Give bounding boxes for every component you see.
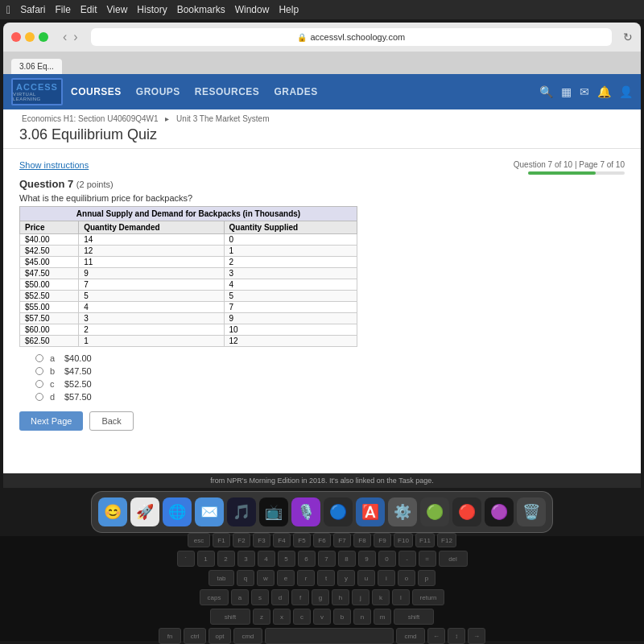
key-e[interactable]: e <box>277 570 295 586</box>
reload-button[interactable]: ↻ <box>623 31 633 43</box>
key-backtick[interactable]: ` <box>177 551 195 567</box>
breadcrumb-course[interactable]: Economics H1: Section U40609Q4W1 <box>22 114 159 123</box>
key-u[interactable]: u <box>357 570 375 586</box>
key-g[interactable]: g <box>312 589 329 605</box>
file-menu[interactable]: File <box>55 4 70 15</box>
nav-grades[interactable]: GRADES <box>274 86 317 97</box>
key-9[interactable]: 9 <box>358 551 376 567</box>
history-menu[interactable]: History <box>137 4 167 15</box>
back-nav-button[interactable]: ‹ <box>61 30 68 44</box>
key-h[interactable]: h <box>332 589 349 605</box>
key-f5[interactable]: F5 <box>293 533 311 547</box>
key-capslock[interactable]: caps <box>200 589 229 605</box>
next-page-button[interactable]: Next Page <box>19 411 83 431</box>
dock-icon-app3[interactable]: ⚙️ <box>388 497 417 526</box>
address-bar[interactable]: 🔒 accessvl.schoology.com <box>91 28 612 46</box>
close-button[interactable] <box>11 32 21 42</box>
key-space[interactable] <box>265 628 394 644</box>
key-arrow-right[interactable]: → <box>468 628 485 644</box>
bookmarks-menu[interactable]: Bookmarks <box>177 4 225 15</box>
key-3[interactable]: 3 <box>237 551 255 567</box>
key-1[interactable]: 1 <box>197 551 215 567</box>
key-m[interactable]: m <box>374 609 391 625</box>
safari-menu[interactable]: Safari <box>20 4 45 15</box>
key-cmd-left[interactable]: cmd <box>233 628 262 644</box>
key-return[interactable]: return <box>412 589 444 605</box>
key-f6[interactable]: F6 <box>313 533 331 547</box>
key-f11[interactable]: F11 <box>415 533 435 547</box>
avatar[interactable]: 👤 <box>619 85 633 98</box>
dock-icon-mail[interactable]: ✉️ <box>195 497 224 526</box>
key-ctrl[interactable]: ctrl <box>184 628 206 644</box>
search-icon[interactable]: 🔍 <box>539 85 553 98</box>
key-l[interactable]: l <box>392 589 410 605</box>
dock-icon-music[interactable]: 🎵 <box>227 497 256 526</box>
key-v[interactable]: v <box>313 609 331 625</box>
key-f7[interactable]: F7 <box>333 533 351 547</box>
dock-icon-app6[interactable]: 🟣 <box>485 497 514 526</box>
key-a[interactable]: a <box>231 589 249 605</box>
key-y[interactable]: y <box>337 570 355 586</box>
radio-b[interactable] <box>35 367 43 375</box>
answer-choice-c[interactable]: c $52.50 <box>35 379 625 389</box>
key-w[interactable]: w <box>257 570 275 586</box>
key-z[interactable]: z <box>253 609 270 625</box>
show-instructions-link[interactable]: Show instructions <box>19 160 89 170</box>
radio-a[interactable] <box>35 354 43 362</box>
key-2[interactable]: 2 <box>217 551 235 567</box>
dock-icon-trash[interactable]: 🗑️ <box>517 497 546 526</box>
key-q[interactable]: q <box>237 570 254 586</box>
dock-icon-app4[interactable]: 🟢 <box>420 497 449 526</box>
key-shift-right[interactable]: shift <box>394 609 434 625</box>
key-f3[interactable]: F3 <box>253 533 270 547</box>
key-p[interactable]: p <box>418 570 436 586</box>
key-c[interactable]: c <box>293 609 311 625</box>
fullscreen-button[interactable] <box>39 32 48 42</box>
dock-icon-finder[interactable]: 😊 <box>98 497 127 526</box>
nav-groups[interactable]: GROUPS <box>136 86 180 97</box>
key-f12[interactable]: F12 <box>437 533 456 547</box>
window-menu[interactable]: Window <box>235 4 270 15</box>
answer-choice-d[interactable]: d $57.50 <box>35 392 625 402</box>
key-o[interactable]: o <box>398 570 415 586</box>
key-n[interactable]: n <box>353 609 371 625</box>
key-r[interactable]: r <box>297 570 315 586</box>
minimize-button[interactable] <box>25 32 35 42</box>
answer-choice-a[interactable]: a $40.00 <box>35 353 625 363</box>
dock-icon-launchpad[interactable]: 🚀 <box>130 497 159 526</box>
active-tab[interactable]: 3.06 Eq... <box>11 59 62 74</box>
key-delete[interactable]: del <box>439 551 468 567</box>
key-arrow-up-down[interactable]: ↕ <box>448 628 465 644</box>
nav-resources[interactable]: RESOURCES <box>195 86 260 97</box>
radio-d[interactable] <box>35 393 43 401</box>
key-4[interactable]: 4 <box>258 551 275 567</box>
key-i[interactable]: i <box>378 570 395 586</box>
key-x[interactable]: x <box>273 609 291 625</box>
key-f9[interactable]: F9 <box>374 533 391 547</box>
help-menu[interactable]: Help <box>279 4 299 15</box>
key-tab[interactable]: tab <box>208 570 234 586</box>
dock-icon-podcasts[interactable]: 🎙️ <box>291 497 320 526</box>
key-b[interactable]: b <box>333 609 351 625</box>
key-f10[interactable]: F10 <box>394 533 413 547</box>
key-f8[interactable]: F8 <box>353 533 371 547</box>
grid-icon[interactable]: ▦ <box>561 85 572 98</box>
key-esc[interactable]: esc <box>188 533 210 547</box>
apple-menu[interactable]:  <box>6 3 10 16</box>
forward-nav-button[interactable]: › <box>72 30 79 44</box>
key-8[interactable]: 8 <box>338 551 356 567</box>
key-equals[interactable]: = <box>419 551 436 567</box>
dock-icon-browser[interactable]: 🌐 <box>163 497 192 526</box>
breadcrumb-unit[interactable]: Unit 3 The Market System <box>176 114 269 123</box>
radio-c[interactable] <box>35 380 43 388</box>
key-cmd-right[interactable]: cmd <box>396 628 425 644</box>
key-d[interactable]: d <box>271 589 289 605</box>
answer-choice-b[interactable]: b $47.50 <box>35 366 625 376</box>
nav-courses[interactable]: COURSES <box>71 86 122 97</box>
key-alt[interactable]: opt <box>208 628 231 644</box>
key-minus[interactable]: - <box>398 551 416 567</box>
key-f2[interactable]: F2 <box>233 533 250 547</box>
bell-icon[interactable]: 🔔 <box>597 85 611 98</box>
key-5[interactable]: 5 <box>278 551 295 567</box>
key-t[interactable]: t <box>317 570 335 586</box>
